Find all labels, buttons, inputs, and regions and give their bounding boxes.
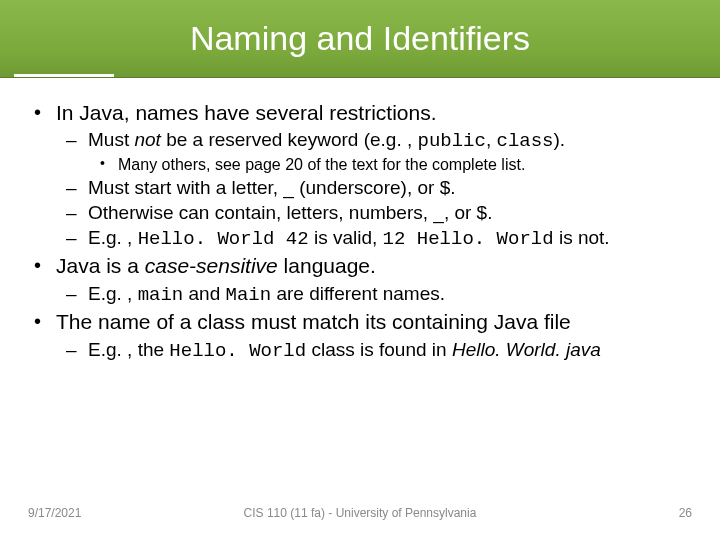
bullet-case-sensitive: Java is a case-sensitive language. E.g. … (26, 253, 694, 307)
bullet-restrictions: In Java, names have several restrictions… (26, 100, 694, 251)
slide-number: 26 (679, 506, 692, 520)
slide-title: Naming and Identifiers (190, 19, 530, 58)
bullet-text: In Java, names have several restrictions… (56, 101, 437, 124)
slide-footer: 9/17/2021 CIS 110 (11 fa) - University o… (0, 506, 720, 526)
footer-center: CIS 110 (11 fa) - University of Pennsylv… (0, 506, 720, 520)
bullet-class-filename: The name of a class must match its conta… (26, 309, 694, 363)
note-page20: Many others, see page 20 of the text for… (88, 155, 694, 175)
sub-otherwise: Otherwise can contain, letters, numbers,… (56, 201, 694, 225)
title-underline (14, 74, 114, 77)
sub-main-case: E.g. , main and Main are different names… (56, 282, 694, 308)
sub-reserved-keyword: Must not be a reserved keyword (e.g. , p… (56, 128, 694, 175)
sub-example-valid: E.g. , Hello. World 42 is valid, 12 Hell… (56, 226, 694, 252)
slide-body: In Java, names have several restrictions… (0, 78, 720, 363)
bullet-text: The name of a class must match its conta… (56, 310, 571, 333)
sub-helloworld-file: E.g. , the Hello. World class is found i… (56, 338, 694, 364)
sub-must-start: Must start with a letter, _ (underscore)… (56, 176, 694, 200)
slide-title-bar: Naming and Identifiers (0, 0, 720, 78)
